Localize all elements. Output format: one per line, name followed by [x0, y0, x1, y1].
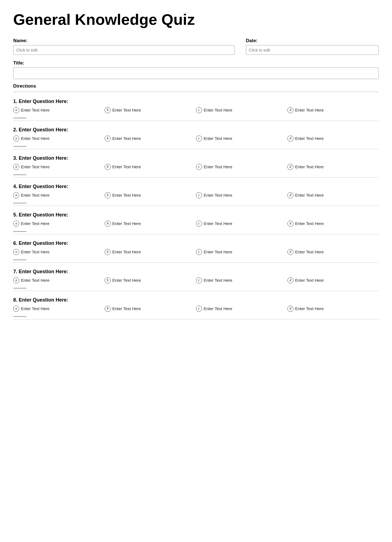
question-3-header[interactable]: 3. Enter Question Here:: [13, 155, 379, 161]
option-c-text[interactable]: Enter Text Here: [204, 221, 232, 226]
option-d-text[interactable]: Enter Text Here: [295, 221, 324, 226]
option-a-text[interactable]: Enter Text Here: [21, 250, 50, 254]
question-7-header[interactable]: 7. Enter Question Here:: [13, 269, 379, 275]
title-input[interactable]: [13, 67, 379, 79]
question-7-underline: [13, 288, 26, 289]
page-title: General Knowledge Quiz: [13, 11, 379, 28]
question-5-option-b[interactable]: bEnter Text Here: [105, 221, 196, 227]
question-1-option-a[interactable]: aEnter Text Here: [13, 107, 105, 113]
option-b-text[interactable]: Enter Text Here: [112, 278, 141, 283]
question-6-answers-row: aEnter Text HerebEnter Text HerecEnter T…: [13, 249, 379, 255]
question-6-option-c[interactable]: cEnter Text Here: [196, 249, 287, 255]
option-d-bubble: d: [287, 192, 293, 198]
question-3-footer: [13, 173, 379, 178]
option-d-text[interactable]: Enter Text Here: [295, 306, 324, 311]
option-a-text[interactable]: Enter Text Here: [21, 193, 50, 197]
question-7-option-b[interactable]: bEnter Text Here: [105, 277, 196, 283]
question-1-option-b[interactable]: bEnter Text Here: [105, 107, 196, 113]
question-7-option-c[interactable]: cEnter Text Here: [196, 277, 287, 283]
option-c-bubble: c: [196, 136, 202, 142]
question-5-footer: [13, 229, 379, 234]
option-b-bubble: b: [105, 136, 111, 142]
question-3-option-b[interactable]: bEnter Text Here: [105, 164, 196, 170]
option-a-text[interactable]: Enter Text Here: [21, 164, 50, 169]
option-b-text[interactable]: Enter Text Here: [112, 306, 141, 311]
question-2-option-b[interactable]: bEnter Text Here: [105, 136, 196, 142]
question-1-option-d[interactable]: dEnter Text Here: [287, 107, 379, 113]
question-8-option-b[interactable]: bEnter Text Here: [105, 306, 196, 312]
question-2-underline: [13, 146, 26, 147]
option-b-text[interactable]: Enter Text Here: [112, 193, 141, 197]
option-a-text[interactable]: Enter Text Here: [21, 278, 50, 283]
option-b-text[interactable]: Enter Text Here: [112, 108, 141, 112]
option-a-text[interactable]: Enter Text Here: [21, 136, 50, 141]
option-a-text[interactable]: Enter Text Here: [21, 108, 50, 112]
question-4-option-c[interactable]: cEnter Text Here: [196, 192, 287, 198]
question-4-block: 4. Enter Question Here:aEnter Text Hereb…: [13, 184, 379, 206]
directions-label: Directions: [13, 83, 379, 89]
question-8-answers-row: aEnter Text HerebEnter Text HerecEnter T…: [13, 306, 379, 312]
option-c-text[interactable]: Enter Text Here: [204, 193, 232, 197]
option-c-text[interactable]: Enter Text Here: [204, 250, 232, 254]
question-5-option-c[interactable]: cEnter Text Here: [196, 221, 287, 227]
question-2-footer: [13, 144, 379, 149]
question-4-header[interactable]: 4. Enter Question Here:: [13, 184, 379, 189]
question-2-option-c[interactable]: cEnter Text Here: [196, 136, 287, 142]
option-d-text[interactable]: Enter Text Here: [295, 193, 324, 197]
option-b-text[interactable]: Enter Text Here: [112, 250, 141, 254]
option-c-bubble: c: [196, 164, 202, 170]
question-3-option-a[interactable]: aEnter Text Here: [13, 164, 105, 170]
option-c-text[interactable]: Enter Text Here: [204, 164, 232, 169]
question-3-option-d[interactable]: dEnter Text Here: [287, 164, 379, 170]
option-b-bubble: b: [105, 164, 111, 170]
question-2-header[interactable]: 2. Enter Question Here:: [13, 127, 379, 133]
question-6-option-b[interactable]: bEnter Text Here: [105, 249, 196, 255]
question-6-option-d[interactable]: dEnter Text Here: [287, 249, 379, 255]
name-input[interactable]: [13, 45, 235, 55]
option-c-text[interactable]: Enter Text Here: [204, 136, 232, 141]
option-c-text[interactable]: Enter Text Here: [204, 306, 232, 311]
question-5-option-d[interactable]: dEnter Text Here: [287, 221, 379, 227]
option-a-text[interactable]: Enter Text Here: [21, 221, 50, 226]
question-3-option-c[interactable]: cEnter Text Here: [196, 164, 287, 170]
questions-container: 1. Enter Question Here:aEnter Text Hereb…: [13, 99, 379, 319]
option-b-text[interactable]: Enter Text Here: [112, 136, 141, 141]
option-a-bubble: a: [13, 136, 19, 142]
question-5-option-a[interactable]: aEnter Text Here: [13, 221, 105, 227]
question-6-divider: [13, 262, 379, 263]
question-4-option-b[interactable]: bEnter Text Here: [105, 192, 196, 198]
option-d-bubble: d: [287, 277, 293, 283]
option-c-bubble: c: [196, 306, 202, 312]
question-5-divider: [13, 234, 379, 234]
question-2-option-a[interactable]: aEnter Text Here: [13, 136, 105, 142]
question-8-option-c[interactable]: cEnter Text Here: [196, 306, 287, 312]
question-1-answers-row: aEnter Text HerebEnter Text HerecEnter T…: [13, 107, 379, 113]
question-2-option-d[interactable]: dEnter Text Here: [287, 136, 379, 142]
option-b-text[interactable]: Enter Text Here: [112, 221, 141, 226]
option-c-text[interactable]: Enter Text Here: [204, 108, 232, 112]
option-d-text[interactable]: Enter Text Here: [295, 250, 324, 254]
option-d-text[interactable]: Enter Text Here: [295, 278, 324, 283]
question-4-option-a[interactable]: aEnter Text Here: [13, 192, 105, 198]
question-1-header[interactable]: 1. Enter Question Here:: [13, 99, 379, 104]
question-7-footer: [13, 286, 379, 291]
question-4-option-d[interactable]: dEnter Text Here: [287, 192, 379, 198]
option-d-text[interactable]: Enter Text Here: [295, 136, 324, 141]
question-7-option-a[interactable]: aEnter Text Here: [13, 277, 105, 283]
question-8-option-d[interactable]: dEnter Text Here: [287, 306, 379, 312]
option-d-text[interactable]: Enter Text Here: [295, 108, 324, 112]
question-6-option-a[interactable]: aEnter Text Here: [13, 249, 105, 255]
date-input[interactable]: [246, 45, 379, 55]
question-6-header[interactable]: 6. Enter Question Here:: [13, 240, 379, 246]
option-a-text[interactable]: Enter Text Here: [21, 306, 50, 311]
option-b-text[interactable]: Enter Text Here: [112, 164, 141, 169]
option-d-text[interactable]: Enter Text Here: [295, 164, 324, 169]
question-1-option-c[interactable]: cEnter Text Here: [196, 107, 287, 113]
question-5-header[interactable]: 5. Enter Question Here:: [13, 212, 379, 218]
question-8-header[interactable]: 8. Enter Question Here:: [13, 297, 379, 303]
option-c-text[interactable]: Enter Text Here: [204, 278, 232, 283]
question-8-option-a[interactable]: aEnter Text Here: [13, 306, 105, 312]
question-7-option-d[interactable]: dEnter Text Here: [287, 277, 379, 283]
question-3-block: 3. Enter Question Here:aEnter Text Hereb…: [13, 155, 379, 178]
question-8-divider: [13, 319, 379, 319]
